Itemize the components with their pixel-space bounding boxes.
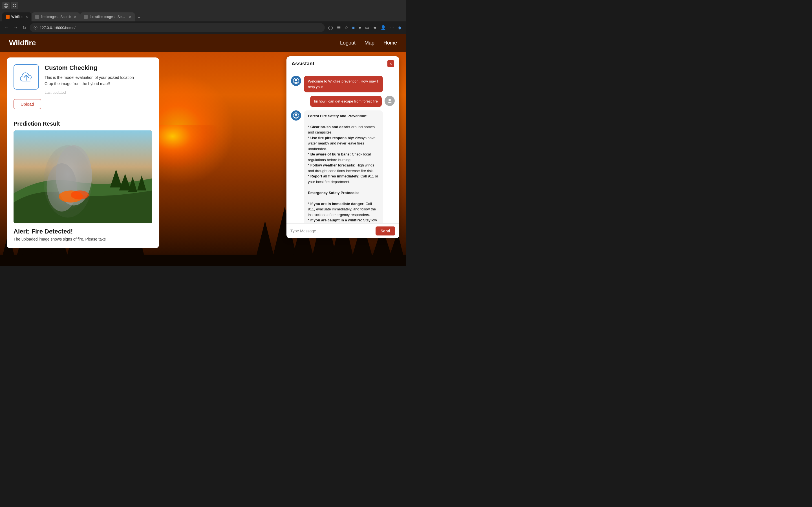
tab-close-forest[interactable]: ✕ xyxy=(129,15,132,19)
card-title: Custom Checking xyxy=(45,64,134,71)
svg-rect-3 xyxy=(15,4,16,5)
chat-messages: Welcome to Wildfire prevention, How may … xyxy=(287,71,399,223)
svg-point-36 xyxy=(389,99,391,101)
svg-rect-2 xyxy=(13,4,14,5)
browser-profile-icon[interactable] xyxy=(2,2,10,9)
forward-button[interactable]: → xyxy=(12,24,19,31)
card-header: Custom Checking This is the model evalua… xyxy=(13,64,152,95)
nav-links: Logout Map Home xyxy=(340,40,397,46)
settings-icon[interactable]: ⋯ xyxy=(389,24,395,31)
message-bot-response: Forest Fire Safety and Prevention: * Cle… xyxy=(291,110,395,224)
tab-wildfire[interactable]: Wildfire ✕ xyxy=(2,12,31,21)
browser-toolbar: ← → ↻ 127.0.0.1:8000/home/ ◯ ☰ ☆ ■ ● ▭ ★… xyxy=(0,21,406,34)
lock-icon xyxy=(34,25,38,30)
cloud-upload-icon xyxy=(18,68,35,86)
nav-home[interactable]: Home xyxy=(384,40,397,46)
assistant-header: Assistant × xyxy=(287,56,399,71)
back-button[interactable]: ← xyxy=(3,24,10,31)
send-button[interactable]: Send xyxy=(375,226,395,235)
message-user-1: hii how i can get escape from forest fir… xyxy=(291,96,395,107)
card-desc-line1: This is the model evaluation of your pic… xyxy=(45,74,134,80)
nav-brand: Wildfire xyxy=(9,39,36,47)
browser-chrome: Wildfire ✕ fire images - Search ✕ forest… xyxy=(0,0,406,34)
svg-point-37 xyxy=(295,114,297,116)
msg-text-welcome: Welcome to Wildfire prevention, How may … xyxy=(308,79,378,89)
response-point2: * Use fire pits responsibly: Always have… xyxy=(308,135,379,152)
svg-point-1 xyxy=(5,4,7,6)
bot-avatar-1 xyxy=(291,76,301,86)
star-icon[interactable]: ☆ xyxy=(343,24,349,31)
tab-close-wildfire[interactable]: ✕ xyxy=(26,15,28,19)
nav-logout[interactable]: Logout xyxy=(340,40,356,46)
response-point7: * If you are caught in a wildfire: Stay … xyxy=(308,217,379,223)
profile-icon[interactable]: 👤 xyxy=(379,24,387,31)
upload-button[interactable]: Upload xyxy=(13,99,41,109)
tab-title-wildfire: Wildfire xyxy=(11,15,22,19)
navbar: Wildfire Logout Map Home xyxy=(0,34,406,52)
card-text: Custom Checking This is the model evalua… xyxy=(45,64,134,95)
tab-title-forest: forestfire images - Search Imag... xyxy=(89,15,126,19)
response-point3: * Be aware of burn bans: Check local reg… xyxy=(308,152,379,163)
svg-point-31 xyxy=(47,163,77,212)
browser-titlebar xyxy=(0,0,406,11)
response-point4: * Follow weather forecasts: High winds a… xyxy=(308,163,379,173)
new-tab-button[interactable]: + xyxy=(135,14,142,21)
main-content: Custom Checking This is the model evalua… xyxy=(0,52,406,266)
svg-point-7 xyxy=(35,27,36,28)
assistant-close-button[interactable]: × xyxy=(388,60,394,67)
extensions-icon[interactable]: ■ xyxy=(351,24,356,31)
copilot-icon[interactable]: ◆ xyxy=(397,24,403,31)
tabs-bar: Wildfire ✕ fire images - Search ✕ forest… xyxy=(0,11,406,21)
tab-close-fire[interactable]: ✕ xyxy=(74,15,77,19)
nav-map[interactable]: Map xyxy=(364,40,374,46)
response-heading1: Forest Fire Safety and Prevention: xyxy=(308,114,368,118)
address-bar[interactable]: 127.0.0.1:8000/home/ xyxy=(30,23,325,32)
message-bot-welcome: Welcome to Wildfire prevention, How may … xyxy=(291,76,395,93)
split-icon[interactable]: ▭ xyxy=(364,24,370,31)
last-updated: Last updated xyxy=(45,91,134,95)
shield-icon[interactable]: ● xyxy=(357,24,362,31)
assistant-panel: Assistant × Welcome to Wildfire preventi… xyxy=(287,56,399,238)
reload-button[interactable]: ↻ xyxy=(21,24,28,32)
tab-favicon-fire xyxy=(35,15,39,19)
svg-rect-4 xyxy=(13,6,14,7)
msg-bubble-response: Forest Fire Safety and Prevention: * Cle… xyxy=(304,110,383,224)
response-point5: * Report all fires immediately: Call 911… xyxy=(308,173,379,184)
tab-title-fire: fire images - Search xyxy=(41,15,71,19)
prediction-title: Prediction Result xyxy=(13,121,152,127)
response-heading2: Emergency Safety Protocols: xyxy=(308,191,359,195)
fire-image-result xyxy=(13,130,152,223)
alert-title: Alert: Fire Detected! xyxy=(13,228,152,235)
reader-icon[interactable]: ☰ xyxy=(336,24,342,31)
browser-apps-icon[interactable] xyxy=(11,2,18,9)
location-icon[interactable]: ◯ xyxy=(327,24,334,31)
msg-text-user: hii how i can get escape from forest fir… xyxy=(314,99,378,103)
card-desc-line2: Crop the image from the hybrid map!! xyxy=(45,80,134,87)
user-avatar xyxy=(385,96,395,106)
chat-input-row: Send xyxy=(287,223,399,238)
divider xyxy=(13,115,152,115)
svg-rect-27 xyxy=(0,255,406,266)
alert-desc: The uploaded image shows signs of fire. … xyxy=(13,237,152,241)
msg-bubble-user: hii how i can get escape from forest fir… xyxy=(310,96,382,107)
favorites-icon[interactable]: ★ xyxy=(372,24,378,31)
response-point1: * Clear brush and debris around homes an… xyxy=(308,124,379,135)
svg-point-33 xyxy=(71,190,89,200)
svg-point-34 xyxy=(295,79,297,81)
card-panel: Custom Checking This is the model evalua… xyxy=(7,57,159,248)
bot-avatar-2 xyxy=(291,110,301,121)
upload-icon-box xyxy=(13,64,39,90)
assistant-title: Assistant xyxy=(292,61,314,67)
response-point6: * If you are in immediate danger: Call 9… xyxy=(308,201,379,218)
msg-bubble-welcome: Welcome to Wildfire prevention, How may … xyxy=(304,76,383,93)
tab-favicon-wildfire xyxy=(6,15,10,19)
svg-rect-5 xyxy=(15,6,16,7)
tab-fire-images[interactable]: fire images - Search ✕ xyxy=(32,12,80,21)
tab-forestfire[interactable]: forestfire images - Search Imag... ✕ xyxy=(80,12,135,21)
address-text: 127.0.0.1:8000/home/ xyxy=(40,25,321,30)
tab-favicon-forest xyxy=(84,15,88,19)
chat-input[interactable] xyxy=(290,229,373,233)
toolbar-icons: ◯ ☰ ☆ ■ ● ▭ ★ 👤 ⋯ ◆ xyxy=(327,24,403,31)
